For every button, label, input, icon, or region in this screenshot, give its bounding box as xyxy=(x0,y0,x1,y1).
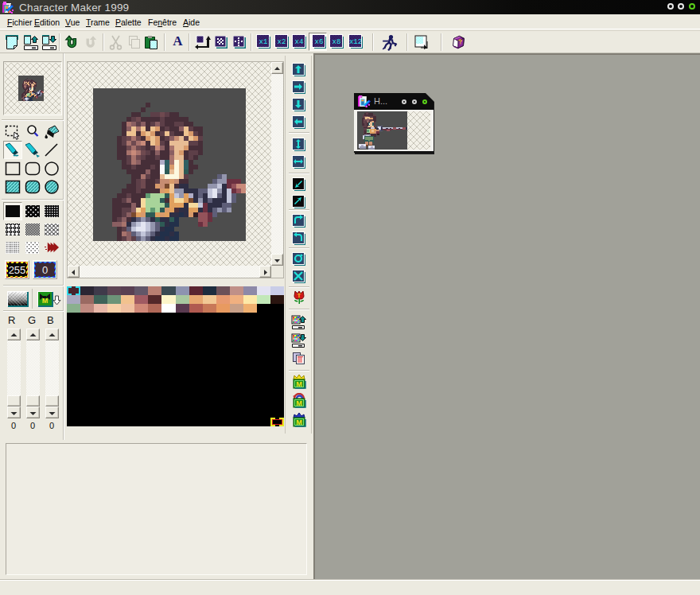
svg-text:x1: x1 xyxy=(259,38,268,46)
svg-text:M: M xyxy=(296,418,302,426)
svg-text:M: M xyxy=(42,297,49,305)
svg-text:x8: x8 xyxy=(332,38,341,46)
svg-text:x4: x4 xyxy=(295,38,304,46)
svg-text:0: 0 xyxy=(42,264,48,276)
svg-text:T: T xyxy=(298,292,301,299)
svg-text:M: M xyxy=(296,399,302,407)
svg-text:x12: x12 xyxy=(349,38,361,46)
svg-text:x6: x6 xyxy=(315,38,324,46)
svg-text:255: 255 xyxy=(9,264,26,276)
svg-text:x2: x2 xyxy=(278,38,286,46)
svg-text:M: M xyxy=(296,380,302,388)
